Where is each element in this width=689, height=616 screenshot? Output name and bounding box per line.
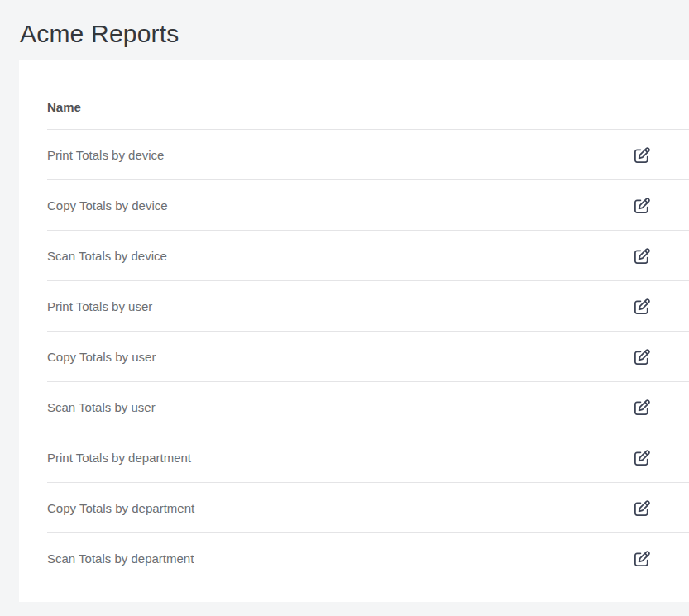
row-actions xyxy=(634,146,683,163)
row-actions xyxy=(634,550,683,566)
edit-report-button[interactable] xyxy=(634,399,650,415)
table-row: Copy Totals by department xyxy=(47,483,689,533)
edit-report-button[interactable] xyxy=(634,146,650,163)
report-table-body: Print Totals by device Copy Totals by de… xyxy=(47,130,689,583)
pen-square-icon xyxy=(634,248,650,264)
row-actions xyxy=(634,449,683,466)
table-header-row: Name xyxy=(47,60,689,130)
row-actions xyxy=(634,247,683,264)
pen-square-icon xyxy=(634,298,650,314)
pen-square-icon xyxy=(634,198,650,213)
report-name: Copy Totals by user xyxy=(47,350,634,364)
report-name: Scan Totals by user xyxy=(47,400,634,414)
table-row: Print Totals by user xyxy=(47,281,689,332)
table-row: Copy Totals by device xyxy=(47,180,689,231)
pen-square-icon xyxy=(634,399,650,415)
table-row: Scan Totals by department xyxy=(47,533,689,583)
row-actions xyxy=(634,197,683,213)
report-name: Scan Totals by department xyxy=(47,552,634,566)
pen-square-icon xyxy=(634,551,650,566)
pen-square-icon xyxy=(634,349,650,365)
edit-report-button[interactable] xyxy=(634,197,650,213)
report-name: Print Totals by user xyxy=(47,299,634,313)
edit-report-button[interactable] xyxy=(634,499,650,516)
page-title: Acme Reports xyxy=(20,20,179,48)
report-name: Copy Totals by department xyxy=(47,501,634,515)
edit-report-button[interactable] xyxy=(634,298,650,314)
table-row: Print Totals by device xyxy=(47,130,689,180)
report-table: Name Print Totals by device xyxy=(47,60,689,583)
table-row: Scan Totals by device xyxy=(47,231,689,281)
pen-square-icon xyxy=(634,147,650,163)
pen-square-icon xyxy=(634,450,650,466)
report-name: Print Totals by department xyxy=(47,451,634,465)
table-row: Copy Totals by user xyxy=(47,332,689,382)
page-header: Acme Reports xyxy=(0,0,689,60)
row-actions xyxy=(634,298,683,314)
row-actions xyxy=(634,399,683,415)
row-actions xyxy=(634,499,683,516)
row-actions xyxy=(634,348,683,365)
report-card: Name Print Totals by device xyxy=(19,60,689,602)
report-name: Print Totals by device xyxy=(47,148,634,162)
column-header-name: Name xyxy=(47,100,634,114)
edit-report-button[interactable] xyxy=(634,348,650,365)
report-name: Copy Totals by device xyxy=(47,198,634,212)
edit-report-button[interactable] xyxy=(634,247,650,264)
table-row: Print Totals by department xyxy=(47,432,689,483)
edit-report-button[interactable] xyxy=(634,449,650,466)
pen-square-icon xyxy=(634,500,650,516)
table-row: Scan Totals by user xyxy=(47,382,689,432)
report-name: Scan Totals by device xyxy=(47,249,634,263)
edit-report-button[interactable] xyxy=(634,550,650,566)
